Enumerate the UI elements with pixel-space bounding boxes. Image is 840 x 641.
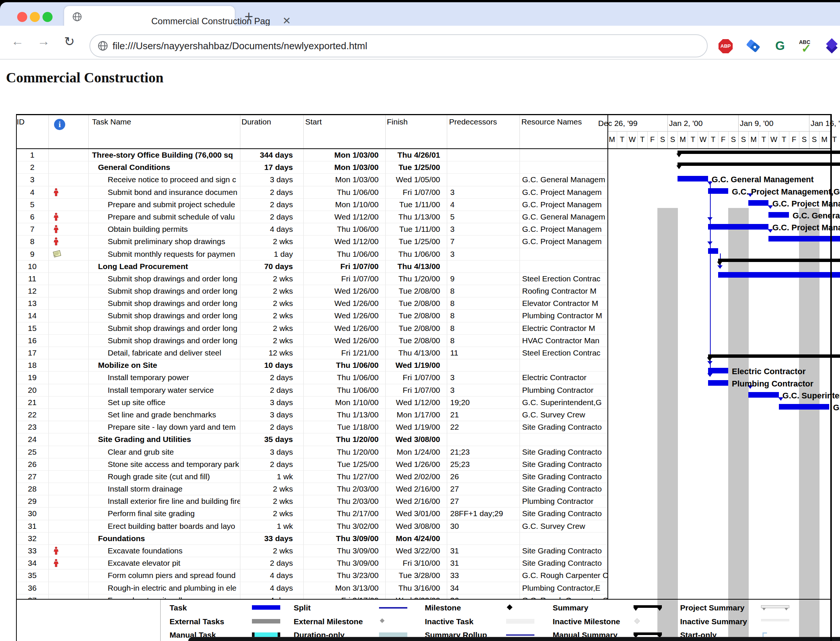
cell-task-name: Submit preliminary shop drawings bbox=[89, 235, 240, 248]
cell-task-name: Submit shop drawings and order long bbox=[89, 335, 240, 346]
day-gridline bbox=[657, 132, 658, 148]
day-gridline bbox=[607, 132, 607, 148]
link-arrow bbox=[707, 374, 713, 377]
cell-predecessors: 8 bbox=[447, 335, 520, 346]
cell-finish: Thu 1/13/00 bbox=[386, 211, 447, 223]
new-tab-button[interactable]: + bbox=[245, 8, 253, 25]
cell-indicator bbox=[49, 409, 89, 421]
dock-bar[interactable] bbox=[188, 637, 840, 641]
gantt-bar-label: G.C. Survey bbox=[833, 403, 840, 412]
address-bar[interactable]: file:///Users/nayyershahbaz/Documents/ne… bbox=[89, 34, 708, 57]
legend-swatch-manual-summary bbox=[634, 633, 662, 635]
cell-duration: 2 wks bbox=[240, 507, 304, 520]
close-window-button[interactable] bbox=[17, 12, 27, 22]
cell-start: Mon 1/03/00 bbox=[304, 149, 386, 161]
cell-start: Thu 2/03/00 bbox=[304, 483, 386, 495]
cell-predecessors: 7 bbox=[447, 235, 520, 248]
zoom-window-button[interactable] bbox=[42, 12, 53, 22]
day-letter: M bbox=[819, 135, 830, 144]
table-row: 12Submit shop drawings and order long2 w… bbox=[16, 285, 608, 297]
legend-swatch-summary bbox=[634, 605, 662, 608]
cell-duration: 3 days bbox=[240, 174, 304, 185]
cell-start: Fri 1/21/00 bbox=[304, 347, 386, 359]
cell-duration: 2 days bbox=[240, 557, 304, 569]
cell-indicator bbox=[49, 433, 89, 445]
summary-start-triangle bbox=[676, 153, 682, 157]
url-text[interactable]: file:///Users/nayyershahbaz/Documents/ne… bbox=[113, 40, 367, 52]
stack-extension-icon[interactable] bbox=[825, 39, 839, 53]
cell-indicator bbox=[49, 297, 89, 309]
table-row: 26Stone site access and temporary park2 … bbox=[16, 458, 608, 471]
cell-task-name: Install storm drainage bbox=[89, 483, 240, 495]
back-button[interactable]: ← bbox=[11, 34, 24, 48]
gantt-task-bar bbox=[768, 236, 840, 242]
forward-button[interactable]: → bbox=[37, 34, 50, 48]
minimize-window-button[interactable] bbox=[30, 12, 40, 22]
header-indicators: i bbox=[49, 115, 89, 148]
tab-close-icon[interactable]: ✕ bbox=[283, 15, 291, 27]
cell-predecessors: 28FF+1 day;29 bbox=[447, 507, 520, 520]
cell-indicator bbox=[49, 186, 89, 198]
cell-start: Wed 1/26/00 bbox=[304, 335, 386, 346]
cell-predecessors bbox=[447, 149, 520, 161]
legend-swatch-external-tasks bbox=[252, 619, 280, 623]
day-letter: T bbox=[758, 135, 769, 144]
cell-task-name: Excavate elevator pit bbox=[89, 557, 240, 569]
cell-id: 12 bbox=[16, 285, 49, 297]
adblock-extension-icon[interactable]: ABP bbox=[719, 39, 733, 53]
cell-duration: 4 days bbox=[240, 582, 304, 594]
reload-button[interactable]: ↻ bbox=[64, 34, 75, 49]
spellcheck-extension-icon[interactable]: ABC ✓ bbox=[799, 39, 814, 54]
cell-duration: 2 wks bbox=[240, 335, 304, 346]
cell-finish: Wed 2/16/00 bbox=[386, 495, 447, 507]
cell-indicator bbox=[49, 582, 89, 594]
day-gridline bbox=[647, 132, 648, 148]
cell-task-name: Prepare and submit schedule of valu bbox=[89, 211, 240, 223]
cell-id: 26 bbox=[16, 458, 49, 470]
cell-predecessors: 3 bbox=[447, 223, 520, 235]
cell-duration: 2 wks bbox=[240, 273, 304, 285]
grammarly-extension-icon[interactable]: G bbox=[773, 39, 787, 53]
cell-id: 15 bbox=[16, 322, 49, 334]
cell-start: Thu 1/06/00 bbox=[304, 359, 386, 371]
cell-finish: Fri 1/07/00 bbox=[386, 186, 447, 198]
cell-start: Thu 1/20/00 bbox=[304, 433, 386, 445]
cell-finish: Wed 1/05/00 bbox=[386, 174, 447, 185]
screen: Commercial Construction Pag ✕ + ← → ↻ fi… bbox=[0, 0, 840, 641]
cell-id: 33 bbox=[16, 545, 49, 557]
gantt-task-bar bbox=[708, 368, 728, 374]
day-letter: W bbox=[698, 135, 708, 144]
cell-predecessors: 8 bbox=[447, 297, 520, 309]
cell-task-name: Install exterior fire line and building … bbox=[89, 495, 240, 507]
gantt-task-bar bbox=[768, 212, 789, 217]
legend-label: Task bbox=[170, 603, 187, 612]
table-row: 21Set up site office3 daysMon 1/10/00Wed… bbox=[16, 396, 608, 409]
cell-start: Thu 1/27/00 bbox=[304, 471, 386, 483]
legend-label: Split bbox=[294, 603, 311, 612]
cell-id: 30 bbox=[16, 507, 49, 520]
browser-tab[interactable]: Commercial Construction Pag ✕ bbox=[64, 6, 235, 28]
cell-predecessors bbox=[447, 174, 520, 185]
table-right-border bbox=[830, 114, 832, 641]
cell-task-name: Rough grade site (cut and fill) bbox=[89, 471, 240, 483]
day-gridline bbox=[789, 132, 789, 148]
cell-task-name: Prepare and submit project schedule bbox=[89, 199, 240, 211]
cell-duration: 17 days bbox=[240, 161, 304, 173]
cell-id: 10 bbox=[16, 261, 49, 272]
cell-indicator bbox=[49, 594, 89, 599]
gantt-bar-label: G.C. General Management bbox=[712, 175, 814, 184]
cell-predecessors: 31 bbox=[447, 545, 520, 557]
day-letter: S bbox=[657, 135, 668, 144]
cell-duration: 2 wks bbox=[240, 297, 304, 309]
cell-duration: 1 day bbox=[240, 248, 304, 260]
cell-resources: Plumbing Contractor M bbox=[520, 310, 608, 322]
legend-swatch-summary-rollup bbox=[506, 634, 534, 636]
legend-swatch-manual-task bbox=[252, 633, 280, 637]
table-row: 3Receive notice to proceed and sign c3 d… bbox=[16, 174, 608, 186]
day-gridline bbox=[617, 132, 617, 148]
table-row: 31Erect building batter boards and layo1… bbox=[16, 520, 608, 533]
cell-task-name: Submit bond and insurance documen bbox=[89, 186, 240, 198]
tags-extension-icon[interactable] bbox=[747, 39, 761, 53]
cell-id: 35 bbox=[16, 569, 49, 581]
legend-label: External Milestone bbox=[294, 617, 363, 626]
